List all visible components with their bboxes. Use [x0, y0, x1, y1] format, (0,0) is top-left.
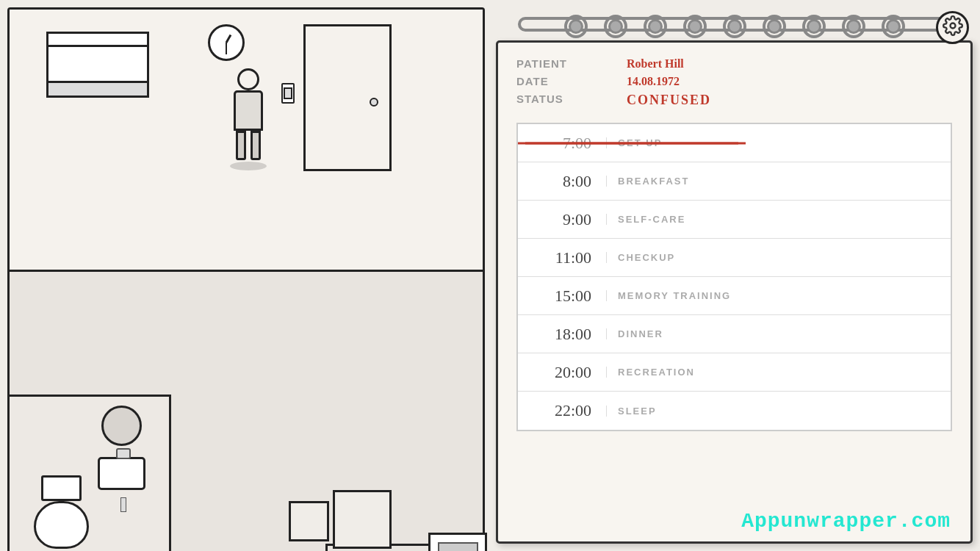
bathroom: [10, 395, 171, 551]
ring-1: [564, 15, 588, 38]
small-bin: [289, 501, 329, 541]
schedule-task-3: SELF-CARE: [606, 214, 951, 225]
ring-2: [604, 15, 627, 38]
sink-pipe: [120, 497, 126, 512]
person-body: [234, 90, 263, 131]
schedule-row-8[interactable]: 22:00 SLEEP: [518, 392, 951, 430]
patient-date: 14.08.1972: [627, 75, 952, 88]
schedule-time-6: 18:00: [518, 325, 606, 344]
monitor-screen: [438, 542, 478, 551]
door[interactable]: [303, 24, 392, 171]
bathroom-mirror: [101, 406, 142, 446]
person-shadow: [230, 162, 267, 170]
schedule-row-7[interactable]: 20:00 RECREATION: [518, 353, 951, 392]
patient-status: CONFUSED: [627, 93, 952, 108]
ring-8: [842, 15, 865, 38]
svg-point-0: [950, 24, 955, 29]
patient-info-section: PATIENT Robert Hill DATE 14.08.1972 STAT…: [516, 57, 952, 108]
schedule-row-4[interactable]: 11:00 CHECKUP: [518, 239, 951, 277]
schedule-task-2: BREAKFAST: [606, 176, 951, 187]
sink: [98, 457, 149, 497]
schedule-task-6: DINNER: [606, 328, 951, 339]
patient-figure: [230, 68, 267, 170]
gear-icon: [943, 15, 963, 40]
light-switch[interactable]: [281, 83, 295, 104]
date-label: DATE: [516, 75, 619, 88]
schedule-task-7: RECREATION: [606, 367, 951, 378]
notepad-panel: PATIENT Robert Hill DATE 14.08.1972 STAT…: [496, 7, 973, 544]
notepad-body: PATIENT Robert Hill DATE 14.08.1972 STAT…: [496, 40, 973, 544]
schedule-task-1: GET UP: [606, 137, 951, 148]
clock-hour-hand: [226, 35, 232, 43]
schedule-row-2[interactable]: 8:00 BREAKFAST: [518, 162, 951, 201]
schedule-time-3: 9:00: [518, 210, 606, 229]
patient-label: PATIENT: [516, 57, 619, 71]
schedule-row-3[interactable]: 9:00 SELF-CARE: [518, 201, 951, 239]
rings-area: [496, 11, 973, 44]
person-left-leg: [236, 131, 246, 160]
schedule-row-1[interactable]: 7:00 GET UP: [518, 124, 951, 162]
window-sill: [48, 81, 147, 96]
schedule-row-6[interactable]: 18:00 DINNER: [518, 315, 951, 353]
sink-faucet: [116, 448, 131, 459]
large-bin: [333, 490, 392, 549]
door-knob[interactable]: [370, 98, 378, 107]
ring-6: [763, 15, 786, 38]
game-scene: [7, 7, 485, 551]
schedule-task-5: MEMORY TRAINING: [606, 290, 951, 301]
settings-button[interactable]: [936, 11, 969, 44]
sink-bowl: [98, 457, 145, 490]
bedside-monitor-table: [428, 533, 487, 551]
person-right-leg: [251, 131, 261, 160]
rings-container: [496, 15, 973, 38]
wall-clock: [208, 24, 245, 61]
ring-9: [882, 15, 905, 38]
upper-room: [10, 10, 483, 272]
schedule-time-8: 22:00: [518, 401, 606, 420]
schedule-time-4: 11:00: [518, 248, 606, 267]
schedule-time-2: 8:00: [518, 172, 606, 191]
ring-7: [802, 15, 826, 38]
toilet-bowl: [34, 501, 89, 549]
schedule-time-7: 20:00: [518, 363, 606, 382]
schedule-row-5[interactable]: 15:00 MEMORY TRAINING: [518, 277, 951, 315]
person-head: [237, 68, 259, 90]
lower-room: [10, 272, 483, 551]
window: [46, 32, 149, 98]
toilet: [32, 475, 90, 549]
patient-name: Robert Hill: [627, 57, 952, 71]
schedule-time-1: 7:00: [518, 134, 606, 153]
schedule-time-5: 15:00: [518, 287, 606, 306]
ring-3: [644, 15, 667, 38]
toilet-tank: [41, 475, 82, 501]
clock-minute-hand: [226, 43, 227, 54]
status-label: STATUS: [516, 93, 619, 108]
ring-4: [683, 15, 707, 38]
schedule-table: 7:00 GET UP 8:00 BREAKFAST 9:00 SELF-CAR…: [516, 123, 952, 431]
schedule-task-8: SLEEP: [606, 406, 951, 417]
person-legs: [230, 131, 267, 160]
schedule-task-4: CHECKUP: [606, 252, 951, 263]
ring-5: [723, 15, 746, 38]
